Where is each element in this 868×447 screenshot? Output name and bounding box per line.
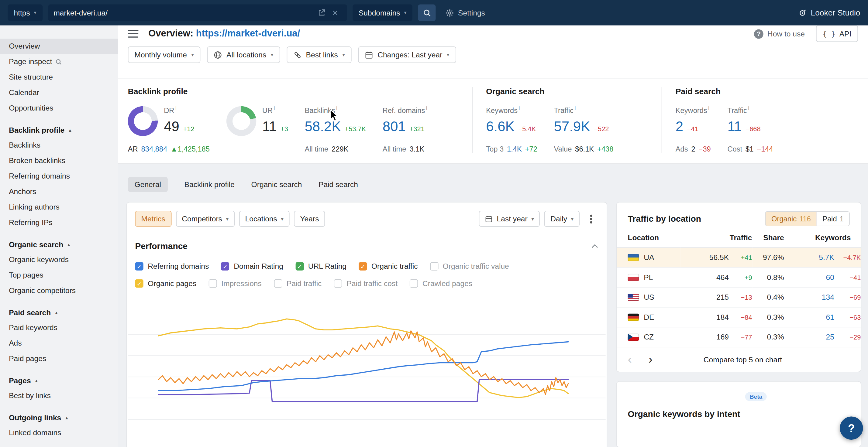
locations-dropdown[interactable]: Locations▾	[239, 211, 290, 227]
sidebar-item-calendar[interactable]: Calendar	[0, 85, 118, 101]
target-url-link[interactable]: https://market-dveri.ua/	[196, 28, 300, 39]
info-icon[interactable]: i	[708, 106, 709, 111]
sidebar-item-linking-authors[interactable]: Linking authors	[0, 200, 118, 215]
toggle-paid[interactable]: Paid 1	[816, 212, 849, 226]
sidebar-item-ads[interactable]: Ads	[0, 336, 118, 351]
info-icon[interactable]: i	[426, 106, 427, 111]
column-header-location[interactable]: Location	[617, 234, 680, 247]
legend-referring-domains[interactable]: Referring domains	[135, 262, 209, 271]
sidebar-section-pages[interactable]: Pages▲	[0, 373, 118, 388]
column-header-keywords[interactable]: Keywords	[784, 234, 861, 247]
toggle-organic[interactable]: Organic 116	[766, 212, 816, 226]
competitors-dropdown[interactable]: Competitors▾	[176, 211, 235, 227]
scope-dropdown[interactable]: Subdomains ▾	[352, 5, 413, 21]
api-button[interactable]: { } API	[816, 26, 858, 42]
metric-value[interactable]: 58.2K	[305, 118, 341, 134]
sidebar-section-backlink-profile[interactable]: Backlink profile▲	[0, 123, 118, 138]
legend-organic-traffic[interactable]: Organic traffic	[359, 262, 418, 271]
sidebar-item-site-structure[interactable]: Site structure	[0, 70, 118, 85]
column-header-traffic[interactable]: Traffic	[680, 234, 752, 247]
sidebar-item-overview[interactable]: Overview	[0, 39, 118, 54]
sub-value[interactable]: 1.4K	[507, 145, 522, 153]
next-page-icon[interactable]: ›	[648, 354, 652, 365]
search-button[interactable]	[418, 5, 436, 21]
keywords-value[interactable]: 25	[810, 333, 834, 341]
sidebar-item-paid-pages[interactable]: Paid pages	[0, 351, 118, 367]
tab-organic-search[interactable]: Organic search	[251, 177, 302, 192]
legend-domain-rating[interactable]: Domain Rating	[221, 262, 283, 271]
menu-icon[interactable]	[128, 30, 138, 38]
sidebar-item-referring-ips[interactable]: Referring IPs	[0, 215, 118, 231]
help-button[interactable]: ?	[840, 417, 863, 440]
protocol-dropdown[interactable]: https ▾	[8, 5, 42, 21]
series-organic-traffic	[158, 331, 568, 395]
tab-general[interactable]: General	[128, 177, 168, 192]
volume-filter-dropdown[interactable]: Monthly volume ▾	[128, 46, 200, 63]
legend-organic-pages[interactable]: Organic pages	[135, 279, 196, 287]
collapse-section-icon[interactable]	[591, 243, 598, 250]
years-tab[interactable]: Years	[294, 211, 325, 227]
how-to-use-button[interactable]: ? How to use	[754, 29, 805, 39]
sidebar-item-backlinks[interactable]: Backlinks	[0, 138, 118, 153]
legend-paid-traffic[interactable]: Paid traffic	[274, 279, 322, 287]
date-range-dropdown[interactable]: Last year ▾	[479, 211, 540, 227]
sidebar-item-referring-domains[interactable]: Referring domains	[0, 169, 118, 184]
legend-paid-traffic-cost[interactable]: Paid traffic cost	[334, 279, 398, 287]
table-row-ua[interactable]: UA 56.5K+41 97.6% 5.7K−4.7K	[617, 248, 861, 268]
locations-filter-dropdown[interactable]: All locations ▾	[207, 46, 280, 63]
sidebar-item-organic-competitors[interactable]: Organic competitors	[0, 283, 118, 299]
metrics-tab[interactable]: Metrics	[135, 211, 171, 227]
granularity-dropdown[interactable]: Daily ▾	[544, 211, 580, 227]
table-row-de[interactable]: DE 184−84 0.3% 61−63	[617, 307, 861, 328]
url-input[interactable]: market-dveri.ua/ ✕	[48, 5, 347, 21]
table-row-cz[interactable]: CZ 169−77 0.3% 25−29	[617, 328, 861, 347]
info-icon[interactable]: i	[748, 106, 749, 111]
section-title: Paid search	[676, 87, 846, 96]
column-header-share[interactable]: Share	[752, 234, 784, 247]
sidebar-section-organic-search[interactable]: Organic search▲	[0, 237, 118, 252]
sidebar-section-paid-search[interactable]: Paid search▲	[0, 305, 118, 320]
table-row-pl[interactable]: PL 464+9 0.8% 60−41	[617, 268, 861, 287]
compare-on-chart-link[interactable]: Compare top 5 on chart	[653, 355, 833, 364]
metric-value[interactable]: 11	[727, 118, 742, 134]
label: Last year	[497, 215, 528, 223]
sidebar-item-anchors[interactable]: Anchors	[0, 184, 118, 200]
sidebar-item-opportunities[interactable]: Opportunities	[0, 101, 118, 116]
info-icon[interactable]: i	[575, 106, 576, 111]
sidebar-section-outgoing-links[interactable]: Outgoing links▲	[0, 411, 118, 425]
sidebar-item-best-by-links[interactable]: Best by links	[0, 388, 118, 404]
legend-impressions[interactable]: Impressions	[209, 279, 261, 287]
info-icon[interactable]: i	[336, 106, 337, 111]
open-in-new-tab-icon[interactable]	[314, 9, 329, 17]
sidebar-item-broken-backlinks[interactable]: Broken backlinks	[0, 153, 118, 169]
keywords-value[interactable]: 134	[810, 294, 834, 302]
best-links-filter-dropdown[interactable]: Best links ▾	[287, 46, 352, 63]
info-icon[interactable]: i	[519, 106, 520, 111]
tab-paid-search[interactable]: Paid search	[318, 177, 358, 192]
clear-url-icon[interactable]: ✕	[329, 8, 342, 17]
metric-value[interactable]: 57.9K	[554, 118, 590, 134]
sidebar-item-linked-domains[interactable]: Linked domains	[0, 425, 118, 441]
sidebar-item-page-inspect[interactable]: Page inspect	[0, 54, 118, 70]
previous-page-icon[interactable]: ‹	[628, 354, 632, 365]
sidebar-item-top-pages[interactable]: Top pages	[0, 268, 118, 283]
info-icon[interactable]: i	[274, 106, 275, 111]
metric-value[interactable]: 6.6K	[486, 118, 515, 134]
legend-crawled-pages[interactable]: Crawled pages	[410, 279, 472, 287]
legend-organic-traffic-value[interactable]: Organic traffic value	[430, 262, 509, 271]
sidebar-item-paid-keywords[interactable]: Paid keywords	[0, 320, 118, 336]
metric-value[interactable]: 801	[383, 118, 406, 134]
changes-filter-dropdown[interactable]: Changes: Last year ▾	[358, 46, 456, 63]
info-icon[interactable]: i	[175, 106, 177, 111]
settings-button[interactable]: Settings	[446, 8, 485, 17]
keywords-value[interactable]: 61	[810, 313, 834, 321]
metric-value[interactable]: 2	[676, 118, 683, 134]
sidebar-item-organic-keywords[interactable]: Organic keywords	[0, 252, 118, 268]
more-options-icon[interactable]	[584, 211, 598, 227]
sub-value[interactable]: 834,884	[141, 145, 167, 153]
legend-url-rating[interactable]: URL Rating	[296, 262, 346, 271]
keywords-value[interactable]: 60	[810, 273, 834, 281]
tab-backlink-profile[interactable]: Backlink profile	[184, 177, 235, 192]
table-row-us[interactable]: US 215−13 0.4% 134−69	[617, 287, 861, 308]
keywords-value[interactable]: 5.7K	[810, 253, 834, 262]
